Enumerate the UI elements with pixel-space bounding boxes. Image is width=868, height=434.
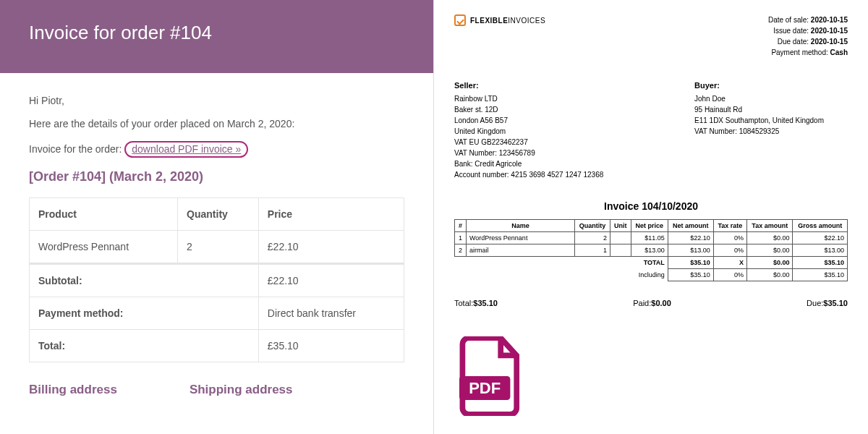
inv-total-row: TOTAL $35.10 X $0.00 $35.10	[455, 256, 848, 268]
total-value: £35.10	[258, 330, 404, 362]
logo-text: FLEXIBLEINVOICES	[470, 17, 545, 25]
invoice-meta: Date of sale: 2020-10-15 Issue date: 202…	[768, 14, 848, 58]
invoice-table: # Name Quantity Unit Net price Net amoun…	[454, 219, 848, 281]
summary-total: Total:$35.10	[454, 299, 498, 307]
total-label: Total:	[30, 330, 259, 362]
pdf-icon: PDF	[459, 336, 848, 417]
email-title: Invoice for order #104	[29, 22, 404, 44]
cell-product: WordPress Pennant	[30, 231, 178, 264]
total-row: Total: £35.10	[30, 330, 404, 362]
seller-block: Seller: Rainbow LTD Baker st. 12D London…	[454, 80, 608, 180]
table-row: WordPress Pennant 2 £22.10	[30, 231, 404, 264]
invoice-title: Invoice 104/10/2020	[454, 200, 848, 212]
logo: FLEXIBLEINVOICES	[454, 14, 545, 26]
billing-heading: Billing address	[29, 383, 117, 397]
email-body: Hi Piotr, Here are the details of your o…	[0, 73, 433, 412]
col-price: Price	[258, 198, 404, 231]
invoice-top: FLEXIBLEINVOICES Date of sale: 2020-10-1…	[454, 14, 848, 58]
download-line: Invoice for the order: download PDF invo…	[29, 141, 404, 158]
order-heading: [Order #104] (March 2, 2020)	[29, 169, 404, 184]
parties: Seller: Rainbow LTD Baker st. 12D London…	[454, 80, 848, 180]
payment-label: Payment method:	[30, 297, 259, 330]
summary-paid: Paid:$0.00	[633, 299, 671, 307]
svg-text:PDF: PDF	[469, 379, 501, 397]
invoice-for-label: Invoice for the order:	[29, 143, 122, 155]
col-quantity: Quantity	[178, 198, 259, 231]
subtotal-value: £22.10	[258, 264, 404, 297]
email-header: Invoice for order #104	[0, 0, 433, 73]
address-headings: Billing address Shipping address	[29, 383, 404, 397]
greeting: Hi Piotr,	[29, 95, 404, 106]
logo-check-icon	[454, 14, 466, 26]
subtotal-row: Subtotal: £22.10	[30, 264, 404, 297]
inv-row: 2 airmail 1 $13.00 $13.00 0% $0.00 $13.0…	[455, 244, 848, 256]
table-header-row: Product Quantity Price	[30, 198, 404, 231]
inv-header-row: # Name Quantity Unit Net price Net amoun…	[455, 219, 848, 231]
cell-price: £22.10	[258, 231, 404, 264]
invoice-summary: Total:$35.10 Paid:$0.00 Due:$35.10	[454, 299, 848, 307]
buyer-block: Buyer: John Doe 95 Hainault Rd E11 1DX S…	[694, 80, 848, 180]
intro-text: Here are the details of your order place…	[29, 118, 404, 129]
inv-including-row: Including $35.10 0% $0.00 $35.10	[455, 268, 848, 281]
download-pdf-link[interactable]: download PDF invoice »	[124, 141, 248, 158]
shipping-heading: Shipping address	[190, 383, 293, 397]
order-table: Product Quantity Price WordPress Pennant…	[29, 197, 404, 362]
invoice-document: FLEXIBLEINVOICES Date of sale: 2020-10-1…	[434, 0, 868, 434]
col-product: Product	[30, 198, 178, 231]
cell-quantity: 2	[178, 231, 259, 264]
inv-row: 1 WordPress Pennant 2 $11.05 $22.10 0% $…	[455, 231, 848, 244]
payment-row: Payment method: Direct bank transfer	[30, 297, 404, 330]
subtotal-label: Subtotal:	[30, 264, 259, 297]
email-preview: Invoice for order #104 Hi Piotr, Here ar…	[0, 0, 434, 434]
payment-value: Direct bank transfer	[258, 297, 404, 330]
summary-due: Due:$35.10	[807, 299, 848, 307]
